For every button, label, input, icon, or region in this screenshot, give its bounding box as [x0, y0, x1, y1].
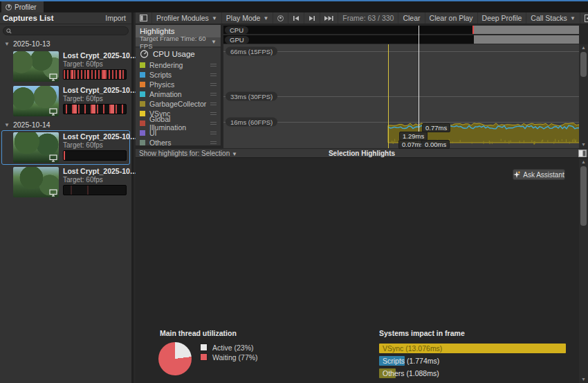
last-frame-button[interactable]: [320, 12, 338, 24]
tab-profiler[interactable]: Profiler: [1, 1, 44, 12]
current-frame-line[interactable]: [419, 26, 419, 148]
pane-icon: [578, 150, 587, 157]
legend-label: Scripts: [149, 71, 172, 79]
legend-label: UI: [149, 129, 157, 137]
drag-handle-icon[interactable]: [210, 72, 217, 78]
cpu-legend: RenderingScriptsPhysicsAnimationGarbageC…: [136, 60, 221, 148]
record-icon: [277, 15, 284, 21]
system-impact-row: Others (1.088ms): [379, 368, 566, 378]
deep-profile-button[interactable]: Deep Profile: [478, 12, 527, 24]
scroll-down-icon[interactable]: ▼: [579, 141, 588, 148]
captures-list: ▼2025-10-13Lost Crypt_2025-10…Target: 60…: [0, 37, 131, 199]
ask-assistant-label: Ask Assistant: [523, 171, 564, 179]
main-region: Profiler Modules ▼ Play Mode ▼ Frame: 63…: [136, 12, 588, 383]
cpu-frame-strip[interactable]: CPU: [223, 26, 579, 35]
capture-item[interactable]: Lost Crypt_2025-10…Target: 60fps: [1, 84, 130, 118]
capture-item[interactable]: Lost Crypt_2025-10…Target: 60fps: [1, 165, 130, 199]
chart-scrollbar-thumb[interactable]: [580, 52, 587, 77]
drag-handle-icon[interactable]: [210, 62, 217, 68]
scroll-up-icon[interactable]: ▲: [579, 159, 588, 166]
clear-on-play-button[interactable]: Clear on Play: [425, 12, 478, 24]
details-pane-toggle[interactable]: [578, 150, 587, 157]
legend-label: Others: [149, 139, 172, 147]
capture-thumbnail: [13, 132, 59, 163]
monitor-icon: [49, 73, 57, 81]
legend-item-others[interactable]: Others: [136, 138, 221, 148]
capture-target: Target: 60fps: [63, 95, 127, 103]
legend-label: Physics: [149, 80, 174, 89]
gpu-frame-strip[interactable]: GPU: [223, 35, 579, 44]
drag-handle-icon[interactable]: [210, 91, 217, 97]
legend-label: Animation: [149, 90, 182, 98]
module-column: Highlights Target Frame Time: 60 FPS ▼ C…: [136, 25, 221, 145]
legend-swatch: [140, 111, 145, 116]
search-input[interactable]: [14, 27, 125, 35]
legend-item-global-illumination[interactable]: Global Illumination: [136, 118, 221, 128]
legend-item-physics[interactable]: Physics: [136, 80, 221, 89]
chevron-down-icon: ▼: [263, 15, 268, 21]
panel-toggle-button[interactable]: [136, 12, 152, 24]
search-icon: [6, 28, 12, 34]
drag-handle-icon[interactable]: [210, 121, 217, 126]
scroll-down-icon[interactable]: ▼: [579, 376, 588, 383]
scroll-up-icon[interactable]: ▲: [579, 44, 588, 51]
drag-handle-icon[interactable]: [210, 140, 217, 145]
gridline-label-16ms: 16ms (60FPS): [226, 118, 277, 127]
prev-frame-button[interactable]: [288, 12, 304, 24]
captures-header: Captures List Import: [0, 12, 131, 24]
play-mode-label: Play Mode: [226, 14, 261, 22]
capture-group-date: 2025-10-13: [13, 39, 50, 48]
capture-title: Lost Crypt_2025-10…: [63, 132, 127, 141]
legend-swatch: [140, 101, 145, 107]
capture-group-header[interactable]: ▼2025-10-13: [0, 37, 131, 49]
active-legend-label: Active (23%): [212, 344, 254, 352]
tab-profiler-label: Profiler: [15, 3, 37, 11]
capture-group-header[interactable]: ▼2025-10-14: [0, 118, 131, 130]
module-cpu-usage[interactable]: CPU Usage: [136, 48, 221, 60]
drag-handle-icon[interactable]: [210, 82, 217, 87]
waiting-legend-label: Waiting (77%): [212, 353, 258, 362]
call-stacks-label: Call Stacks: [531, 14, 567, 22]
load-profile-button[interactable]: [580, 12, 588, 24]
details-scrollbar[interactable]: ▲ ▼: [579, 159, 588, 383]
captures-panel: Captures List Import ▼2025-10-13Lost Cry…: [0, 12, 134, 383]
cpu-strip-data: [474, 26, 579, 34]
selection-start-line: [388, 44, 389, 148]
captures-search[interactable]: [3, 26, 129, 35]
drag-handle-icon[interactable]: [210, 130, 217, 136]
chart-scrollbar[interactable]: ▲ ▼: [579, 44, 588, 148]
legend-item-rendering[interactable]: Rendering: [136, 60, 221, 70]
gpu-strip-label: GPU: [225, 36, 249, 44]
next-frame-icon: [309, 15, 315, 21]
capture-item[interactable]: Lost Crypt_2025-10…Target: 60fps: [1, 130, 130, 165]
capture-title: Lost Crypt_2025-10…: [63, 86, 127, 94]
capture-item[interactable]: Lost Crypt_2025-10…Target: 60fps: [1, 49, 130, 84]
legend-swatch: [140, 130, 145, 136]
details-scrollbar-thumb[interactable]: [580, 166, 587, 226]
legend-swatch: [140, 62, 145, 68]
frame-counter: Frame: 63 / 330: [338, 12, 398, 24]
legend-item-animation[interactable]: Animation: [136, 89, 221, 99]
play-mode-dropdown[interactable]: Play Mode ▼: [222, 12, 274, 24]
legend-item-garbagecollector[interactable]: GarbageCollector: [136, 99, 221, 109]
ask-assistant-button[interactable]: Ask Assistant: [513, 169, 565, 180]
profiler-modules-dropdown[interactable]: Profiler Modules ▼: [152, 12, 222, 24]
selection-highlights-title: Selection Highlights: [136, 150, 588, 157]
capture-target: Target: 60fps: [63, 141, 127, 149]
drag-handle-icon[interactable]: [210, 111, 217, 116]
gridline-label-33ms: 33ms (30FPS): [226, 92, 277, 101]
record-button[interactable]: [273, 12, 288, 24]
capture-activity-bar: [63, 69, 127, 80]
capture-thumbnail: [13, 167, 59, 197]
legend-item-scripts[interactable]: Scripts: [136, 70, 221, 80]
drag-handle-icon[interactable]: [210, 101, 217, 107]
clear-button[interactable]: Clear: [398, 12, 425, 24]
capture-meta: Lost Crypt_2025-10…Target: 60fps: [63, 167, 127, 195]
import-button[interactable]: Import: [102, 14, 129, 22]
next-frame-button[interactable]: [304, 12, 320, 24]
call-stacks-dropdown[interactable]: Call Stacks ▼: [526, 12, 580, 24]
target-frame-time-dropdown[interactable]: Target Frame Time: 60 FPS ▼: [136, 37, 221, 48]
collapse-triangle-icon: ▼: [4, 41, 10, 47]
capture-target: Target: 60fps: [63, 60, 127, 68]
active-legend-swatch: [200, 344, 208, 351]
